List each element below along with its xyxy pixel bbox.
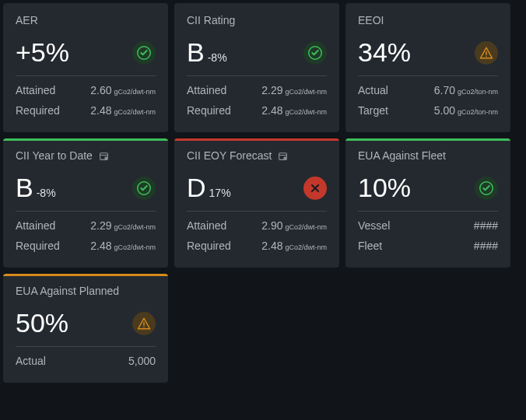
metric-value: #### <box>474 219 498 232</box>
metric-value: 2.29 <box>90 219 111 232</box>
metric-label: Required <box>187 104 231 117</box>
metric-unit: gCo2/dwt-nm <box>285 223 327 231</box>
card-aer[interactable]: AER +5% Attained2.60gCo2/dwt-nm Required… <box>3 3 168 132</box>
metric-label: Attained <box>16 219 55 232</box>
metric-label: Attained <box>16 84 55 96</box>
sub-value: 17% <box>209 187 231 199</box>
card-cii-eoy-forecast[interactable]: CII EOY Forecast D17% Attained2.90gCo2/d… <box>174 138 339 268</box>
metric-label: Actual <box>358 84 388 96</box>
main-value: 50% <box>16 308 68 338</box>
error-icon <box>303 177 327 200</box>
metric-value: 2.48 <box>90 240 111 252</box>
card-title: CII EOY Forecast <box>187 149 272 162</box>
metric-label: Required <box>16 240 60 252</box>
card-title: CII Year to Date <box>16 149 93 162</box>
metric-label: Attained <box>187 84 226 96</box>
sub-value: -8% <box>208 51 227 64</box>
status-bar <box>345 138 510 141</box>
check-icon <box>475 177 498 200</box>
calendar-icon <box>278 151 288 161</box>
sub-value: -8% <box>37 187 56 199</box>
check-icon <box>132 41 156 65</box>
card-title: EUA Against Planned <box>16 285 119 297</box>
metric-unit: gCo2/ton-nm <box>458 88 498 96</box>
card-title: EEOI <box>358 14 384 26</box>
metric-unit: gCo2/dwt-nm <box>114 108 156 116</box>
check-icon <box>132 177 156 200</box>
metric-unit: gCo2/ton-nm <box>458 108 498 116</box>
metric-value: 6.70 <box>434 84 455 96</box>
card-eua-against-fleet[interactable]: EUA Against Fleet 10% Vessel#### Fleet##… <box>345 138 510 268</box>
metric-value: 2.48 <box>261 240 282 252</box>
card-eeoi[interactable]: EEOI 34% Actual6.70gCo2/ton-nm Target5.0… <box>345 3 510 132</box>
metric-value: #### <box>474 240 498 252</box>
metric-unit: gCo2/dwt-nm <box>114 223 156 231</box>
metric-label: Attained <box>187 219 226 232</box>
card-cii-rating[interactable]: CII Rating B-8% Attained2.29gCo2/dwt-nm … <box>174 3 339 132</box>
main-value: B <box>187 37 205 68</box>
svg-rect-6 <box>104 156 107 159</box>
kpi-grid: AER +5% Attained2.60gCo2/dwt-nm Required… <box>0 0 526 420</box>
metric-value: 2.29 <box>261 84 282 96</box>
card-title: AER <box>16 14 38 26</box>
svg-point-3 <box>486 55 487 57</box>
metric-unit: gCo2/dwt-nm <box>285 243 327 251</box>
metric-unit: gCo2/dwt-nm <box>114 243 156 251</box>
check-icon <box>303 41 327 65</box>
main-value: D <box>187 173 206 203</box>
status-bar <box>3 138 168 141</box>
metric-value: 2.48 <box>261 104 282 117</box>
main-value: 34% <box>358 37 411 68</box>
metric-label: Actual <box>16 355 46 367</box>
metric-label: Target <box>358 104 388 117</box>
status-bar <box>3 274 168 276</box>
svg-rect-10 <box>284 156 286 159</box>
metric-label: Vessel <box>358 219 390 232</box>
main-value: 10% <box>358 173 411 203</box>
status-bar <box>174 138 339 141</box>
metric-value: 2.48 <box>90 104 111 117</box>
warning-icon <box>475 41 498 65</box>
metric-unit: gCo2/dwt-nm <box>285 88 327 96</box>
svg-point-15 <box>143 326 145 327</box>
calendar-icon <box>99 151 109 161</box>
card-title: CII Rating <box>187 14 235 26</box>
metric-label: Required <box>16 104 60 117</box>
metric-label: Required <box>187 240 231 252</box>
metric-unit: gCo2/dwt-nm <box>114 88 156 96</box>
metric-value: 5.00 <box>434 104 455 117</box>
metric-value: 5,000 <box>128 355 156 367</box>
card-cii-ytd[interactable]: CII Year to Date B-8% Attained2.29gCo2/d… <box>3 138 168 268</box>
main-value: B <box>16 173 33 203</box>
warning-icon <box>132 312 156 335</box>
metric-unit: gCo2/dwt-nm <box>285 108 327 116</box>
metric-value: 2.90 <box>261 219 282 232</box>
main-value: +5% <box>16 37 69 68</box>
metric-value: 2.60 <box>90 84 111 96</box>
card-eua-against-planned[interactable]: EUA Against Planned 50% Actual5,000 <box>3 274 168 383</box>
metric-label: Fleet <box>358 240 382 252</box>
card-title: EUA Against Fleet <box>358 149 446 162</box>
